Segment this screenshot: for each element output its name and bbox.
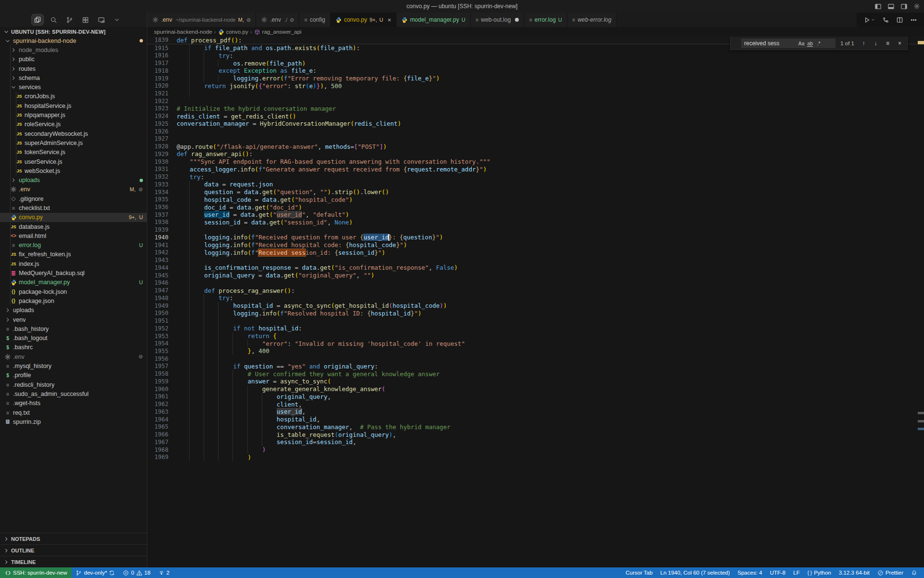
code-line-1928[interactable]: 1928@app.route("/flask-api/generate-answ…: [147, 143, 924, 150]
tree-item-.wget-hsts[interactable]: ≡.wget-hsts: [0, 399, 147, 408]
code-line-1950[interactable]: 1950logging.info(f"Resolved hospital ID:…: [147, 309, 924, 317]
tree-item-.rediscli_history[interactable]: ≡.rediscli_history: [0, 380, 147, 389]
code-line-1959[interactable]: 1959answer = async_to_sync(: [147, 378, 924, 385]
line-number[interactable]: 1930: [147, 158, 168, 165]
explorer-section-header[interactable]: UBUNTU [SSH: SPURRIN-DEV-NEW]: [0, 27, 147, 36]
activity-remote-explorer[interactable]: [95, 14, 107, 25]
line-number[interactable]: 1943: [147, 257, 168, 263]
code-line-1960[interactable]: 1960generate_general_knowledge_answer(: [147, 385, 924, 393]
line-number[interactable]: 1945: [147, 272, 168, 279]
tree-item-convo.py[interactable]: convo.py9+,U: [0, 213, 147, 222]
line-number[interactable]: 1952: [147, 325, 168, 332]
whole-word-toggle[interactable]: ab: [806, 40, 814, 46]
activity-more-chevron[interactable]: [111, 14, 123, 25]
code-line-1931[interactable]: 1931access_logger.info(f"Generate answer…: [147, 165, 924, 173]
status-python-version[interactable]: 3.12.3 64-bit: [835, 567, 873, 578]
code-line-1942[interactable]: 1942logging.info(f"Received session_id: …: [147, 249, 924, 257]
status-encoding[interactable]: UTF-8: [766, 567, 790, 578]
tree-item-services[interactable]: services: [0, 82, 147, 92]
line-number[interactable]: 1920: [147, 82, 168, 89]
panel-notepads[interactable]: NOTEPADS: [0, 533, 147, 544]
tree-item-MedQueryAI_backup.sql[interactable]: MedQueryAI_backup.sql: [0, 268, 147, 277]
code-line-1916[interactable]: 1916try:: [147, 52, 924, 59]
tab-web-out.log[interactable]: ≡web-out.log: [471, 13, 524, 27]
line-number[interactable]: 1922: [147, 98, 168, 105]
line-number[interactable]: 1967: [147, 439, 168, 446]
gear-icon[interactable]: [913, 3, 920, 10]
code-line-1919[interactable]: 1919logging.error(f"Error removing tempo…: [147, 75, 924, 82]
code-line-1947[interactable]: 1947def process_rag_answer():: [147, 287, 924, 294]
code-line-1938[interactable]: 1938session_id = data.get("session_id", …: [147, 219, 924, 226]
status-problems[interactable]: 018: [119, 567, 154, 578]
tree-item-node_modules[interactable]: node_modules: [0, 45, 147, 54]
tree-item-cronJobs.js[interactable]: JScronJobs.js: [0, 92, 147, 101]
dirty-indicator[interactable]: [515, 18, 519, 22]
match-case-toggle[interactable]: Aa: [797, 40, 806, 46]
code-line-1953[interactable]: 1953return {: [147, 332, 924, 340]
tree-item-.gitignore[interactable]: .gitignore: [0, 194, 147, 203]
tree-item-roleService.js[interactable]: JSroleService.js: [0, 120, 147, 129]
line-number[interactable]: 1969: [147, 454, 168, 460]
tree-item-.sudo_as_admin_successful[interactable]: ≡.sudo_as_admin_successful: [0, 389, 147, 398]
code-line-1934[interactable]: 1934question = data.get("question", "").…: [147, 188, 924, 196]
tree-item-.bashrc[interactable]: $.bashrc: [0, 343, 147, 352]
status-cursor-tab[interactable]: Cursor Tab: [622, 567, 656, 578]
code-line-1941[interactable]: 1941logging.info(f"Received hospital cod…: [147, 241, 924, 249]
tree-item-database.js[interactable]: JSdatabase.js: [0, 222, 147, 231]
activity-search[interactable]: [48, 14, 59, 25]
line-number[interactable]: 1954: [147, 340, 168, 347]
panel-timeline[interactable]: TIMELINE: [0, 556, 147, 567]
tree-item-uploads[interactable]: uploads: [0, 306, 147, 315]
find-close-button[interactable]: ×: [895, 39, 904, 48]
code-line-1925[interactable]: 1925conversation_manager = HybridConvers…: [147, 120, 924, 128]
code-line-1956[interactable]: 1956: [147, 355, 924, 363]
code-line-1920[interactable]: 1920return jsonify({"error": str(e)}), 5…: [147, 82, 924, 90]
tab-web-error.log[interactable]: ≡web-error.log: [567, 13, 617, 27]
code-line-1966[interactable]: 1966is_table_request(original_query),: [147, 431, 924, 438]
source-control-graph-button[interactable]: [882, 16, 889, 24]
tree-item-package.json[interactable]: {}package.json: [0, 296, 147, 305]
line-number[interactable]: 1946: [147, 279, 168, 286]
tree-item-model_manager.py[interactable]: model_manager.pyU: [0, 278, 147, 287]
line-number[interactable]: 1966: [147, 431, 168, 438]
line-number[interactable]: 1965: [147, 423, 168, 430]
overview-ruler[interactable]: [918, 37, 924, 567]
layout-panel-icon[interactable]: [887, 3, 895, 10]
code-lines[interactable]: 1915if file_path and os.path.exists(file…: [147, 44, 924, 461]
status-notifications[interactable]: [907, 567, 921, 578]
regex-toggle[interactable]: .*: [814, 40, 823, 46]
line-number[interactable]: 1963: [147, 408, 168, 415]
tree-item-venv[interactable]: venv: [0, 315, 147, 324]
tree-item-email.html[interactable]: <>email.html: [0, 231, 147, 240]
tree-item-nlpqamapper.js[interactable]: JSnlpqamapper.js: [0, 110, 147, 119]
line-number[interactable]: 1959: [147, 378, 168, 385]
tree-item-index.js[interactable]: JSindex.js: [0, 259, 147, 268]
line-number[interactable]: 1962: [147, 401, 168, 407]
line-number[interactable]: 1957: [147, 363, 168, 369]
code-line-1945[interactable]: 1945original_query = data.get("original_…: [147, 272, 924, 279]
code-line-1949[interactable]: 1949hospital_id = async_to_sync(get_hosp…: [147, 302, 924, 310]
find-in-selection-button[interactable]: ≡: [883, 39, 892, 48]
line-number[interactable]: 1917: [147, 60, 168, 66]
line-number[interactable]: 1947: [147, 287, 168, 294]
tree-item-.bash_history[interactable]: ≡.bash_history: [0, 324, 147, 333]
tree-item-schema[interactable]: schema: [0, 73, 147, 82]
tab-error.log[interactable]: ≡error.logU: [524, 13, 567, 27]
line-number[interactable]: 1923: [147, 105, 168, 112]
status-indentation[interactable]: Spaces: 4: [734, 567, 766, 578]
tree-item-spurrinai-backend-node[interactable]: spurrinai-backend-node: [0, 36, 147, 45]
code-line-1933[interactable]: 1933data = request.json: [147, 181, 924, 188]
activity-explorer[interactable]: [32, 14, 43, 25]
code-line-1918[interactable]: 1918except Exception as file_e:: [147, 67, 924, 75]
line-number[interactable]: 1953: [147, 333, 168, 340]
line-number[interactable]: 1938: [147, 219, 168, 225]
tab-.env[interactable]: .env~/spurrinai-backend-nodeM,⊘: [147, 13, 256, 27]
layout-sidebar-right-icon[interactable]: [900, 3, 908, 10]
activity-source-control[interactable]: [64, 14, 75, 25]
tab-config[interactable]: ≡config: [299, 13, 330, 27]
status-cursor-position[interactable]: Ln 1940, Col 60 (7 selected): [656, 567, 733, 578]
code-line-1957[interactable]: 1957if question == "yes" and original_qu…: [147, 363, 924, 370]
code-line-1963[interactable]: 1963user_id,: [147, 408, 924, 416]
code-line-1958[interactable]: 1958# User confirmed they want a general…: [147, 370, 924, 378]
line-number[interactable]: 1916: [147, 52, 168, 59]
